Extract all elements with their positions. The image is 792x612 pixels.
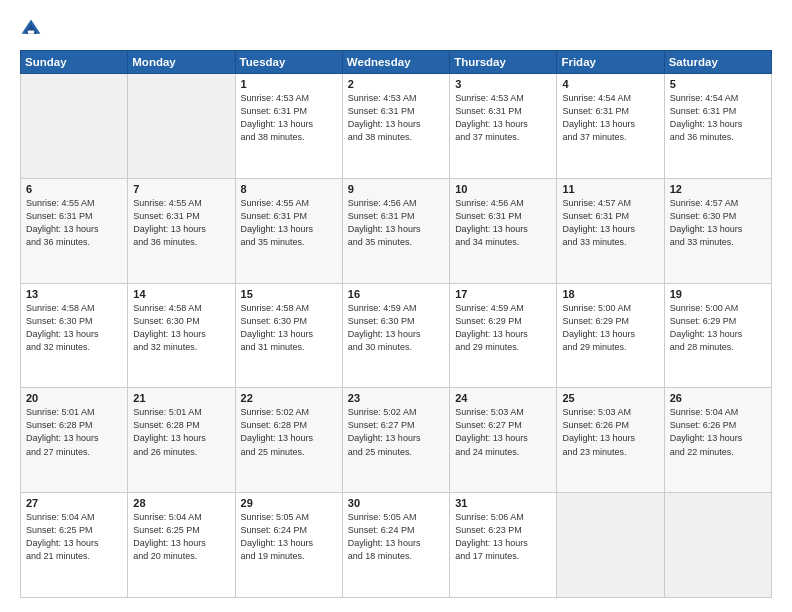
logo (20, 18, 46, 40)
calendar-body: 1Sunrise: 4:53 AM Sunset: 6:31 PM Daylig… (21, 74, 772, 598)
day-number: 13 (26, 288, 122, 300)
day-info: Sunrise: 4:54 AM Sunset: 6:31 PM Dayligh… (562, 92, 658, 144)
day-number: 30 (348, 497, 444, 509)
calendar-cell: 22Sunrise: 5:02 AM Sunset: 6:28 PM Dayli… (235, 388, 342, 493)
day-number: 20 (26, 392, 122, 404)
day-number: 24 (455, 392, 551, 404)
page: SundayMondayTuesdayWednesdayThursdayFrid… (0, 0, 792, 612)
calendar-cell: 4Sunrise: 4:54 AM Sunset: 6:31 PM Daylig… (557, 74, 664, 179)
day-info: Sunrise: 5:06 AM Sunset: 6:23 PM Dayligh… (455, 511, 551, 563)
day-number: 11 (562, 183, 658, 195)
weekday-tuesday: Tuesday (235, 51, 342, 74)
day-info: Sunrise: 4:56 AM Sunset: 6:31 PM Dayligh… (455, 197, 551, 249)
calendar-cell: 13Sunrise: 4:58 AM Sunset: 6:30 PM Dayli… (21, 283, 128, 388)
calendar-cell: 15Sunrise: 4:58 AM Sunset: 6:30 PM Dayli… (235, 283, 342, 388)
day-info: Sunrise: 5:04 AM Sunset: 6:26 PM Dayligh… (670, 406, 766, 458)
calendar-cell: 17Sunrise: 4:59 AM Sunset: 6:29 PM Dayli… (450, 283, 557, 388)
day-number: 23 (348, 392, 444, 404)
day-number: 3 (455, 78, 551, 90)
day-number: 17 (455, 288, 551, 300)
day-info: Sunrise: 4:53 AM Sunset: 6:31 PM Dayligh… (348, 92, 444, 144)
calendar-cell: 24Sunrise: 5:03 AM Sunset: 6:27 PM Dayli… (450, 388, 557, 493)
day-info: Sunrise: 5:00 AM Sunset: 6:29 PM Dayligh… (562, 302, 658, 354)
day-info: Sunrise: 4:53 AM Sunset: 6:31 PM Dayligh… (455, 92, 551, 144)
day-info: Sunrise: 4:55 AM Sunset: 6:31 PM Dayligh… (133, 197, 229, 249)
day-info: Sunrise: 5:04 AM Sunset: 6:25 PM Dayligh… (26, 511, 122, 563)
calendar-cell: 14Sunrise: 4:58 AM Sunset: 6:30 PM Dayli… (128, 283, 235, 388)
day-info: Sunrise: 4:58 AM Sunset: 6:30 PM Dayligh… (241, 302, 337, 354)
day-info: Sunrise: 5:03 AM Sunset: 6:27 PM Dayligh… (455, 406, 551, 458)
day-number: 7 (133, 183, 229, 195)
weekday-wednesday: Wednesday (342, 51, 449, 74)
day-number: 26 (670, 392, 766, 404)
calendar-cell: 10Sunrise: 4:56 AM Sunset: 6:31 PM Dayli… (450, 178, 557, 283)
day-number: 25 (562, 392, 658, 404)
calendar-cell: 8Sunrise: 4:55 AM Sunset: 6:31 PM Daylig… (235, 178, 342, 283)
day-info: Sunrise: 4:55 AM Sunset: 6:31 PM Dayligh… (26, 197, 122, 249)
calendar-cell (21, 74, 128, 179)
calendar-cell: 23Sunrise: 5:02 AM Sunset: 6:27 PM Dayli… (342, 388, 449, 493)
day-number: 2 (348, 78, 444, 90)
day-info: Sunrise: 5:05 AM Sunset: 6:24 PM Dayligh… (241, 511, 337, 563)
day-info: Sunrise: 5:02 AM Sunset: 6:28 PM Dayligh… (241, 406, 337, 458)
day-number: 1 (241, 78, 337, 90)
day-info: Sunrise: 5:04 AM Sunset: 6:25 PM Dayligh… (133, 511, 229, 563)
calendar-cell: 29Sunrise: 5:05 AM Sunset: 6:24 PM Dayli… (235, 493, 342, 598)
week-row-1: 1Sunrise: 4:53 AM Sunset: 6:31 PM Daylig… (21, 74, 772, 179)
week-row-4: 20Sunrise: 5:01 AM Sunset: 6:28 PM Dayli… (21, 388, 772, 493)
calendar-cell: 7Sunrise: 4:55 AM Sunset: 6:31 PM Daylig… (128, 178, 235, 283)
week-row-2: 6Sunrise: 4:55 AM Sunset: 6:31 PM Daylig… (21, 178, 772, 283)
day-number: 9 (348, 183, 444, 195)
day-info: Sunrise: 4:59 AM Sunset: 6:30 PM Dayligh… (348, 302, 444, 354)
calendar-cell: 9Sunrise: 4:56 AM Sunset: 6:31 PM Daylig… (342, 178, 449, 283)
header (20, 18, 772, 40)
calendar-cell: 19Sunrise: 5:00 AM Sunset: 6:29 PM Dayli… (664, 283, 771, 388)
calendar-cell: 26Sunrise: 5:04 AM Sunset: 6:26 PM Dayli… (664, 388, 771, 493)
calendar-cell: 28Sunrise: 5:04 AM Sunset: 6:25 PM Dayli… (128, 493, 235, 598)
day-info: Sunrise: 4:59 AM Sunset: 6:29 PM Dayligh… (455, 302, 551, 354)
svg-rect-2 (28, 31, 34, 34)
day-info: Sunrise: 5:02 AM Sunset: 6:27 PM Dayligh… (348, 406, 444, 458)
weekday-thursday: Thursday (450, 51, 557, 74)
day-number: 10 (455, 183, 551, 195)
calendar-table: SundayMondayTuesdayWednesdayThursdayFrid… (20, 50, 772, 598)
day-number: 22 (241, 392, 337, 404)
week-row-3: 13Sunrise: 4:58 AM Sunset: 6:30 PM Dayli… (21, 283, 772, 388)
day-info: Sunrise: 4:58 AM Sunset: 6:30 PM Dayligh… (133, 302, 229, 354)
calendar-cell: 31Sunrise: 5:06 AM Sunset: 6:23 PM Dayli… (450, 493, 557, 598)
day-info: Sunrise: 4:58 AM Sunset: 6:30 PM Dayligh… (26, 302, 122, 354)
calendar-cell: 11Sunrise: 4:57 AM Sunset: 6:31 PM Dayli… (557, 178, 664, 283)
day-number: 16 (348, 288, 444, 300)
calendar-cell: 3Sunrise: 4:53 AM Sunset: 6:31 PM Daylig… (450, 74, 557, 179)
calendar-cell: 27Sunrise: 5:04 AM Sunset: 6:25 PM Dayli… (21, 493, 128, 598)
day-number: 14 (133, 288, 229, 300)
weekday-friday: Friday (557, 51, 664, 74)
calendar-cell: 12Sunrise: 4:57 AM Sunset: 6:30 PM Dayli… (664, 178, 771, 283)
day-number: 5 (670, 78, 766, 90)
calendar-cell: 16Sunrise: 4:59 AM Sunset: 6:30 PM Dayli… (342, 283, 449, 388)
day-number: 15 (241, 288, 337, 300)
day-info: Sunrise: 5:01 AM Sunset: 6:28 PM Dayligh… (133, 406, 229, 458)
weekday-sunday: Sunday (21, 51, 128, 74)
day-info: Sunrise: 5:00 AM Sunset: 6:29 PM Dayligh… (670, 302, 766, 354)
calendar-cell: 30Sunrise: 5:05 AM Sunset: 6:24 PM Dayli… (342, 493, 449, 598)
day-info: Sunrise: 5:01 AM Sunset: 6:28 PM Dayligh… (26, 406, 122, 458)
day-info: Sunrise: 4:55 AM Sunset: 6:31 PM Dayligh… (241, 197, 337, 249)
day-number: 12 (670, 183, 766, 195)
day-number: 28 (133, 497, 229, 509)
day-number: 27 (26, 497, 122, 509)
day-info: Sunrise: 5:05 AM Sunset: 6:24 PM Dayligh… (348, 511, 444, 563)
day-number: 19 (670, 288, 766, 300)
calendar-cell: 18Sunrise: 5:00 AM Sunset: 6:29 PM Dayli… (557, 283, 664, 388)
calendar-cell: 1Sunrise: 4:53 AM Sunset: 6:31 PM Daylig… (235, 74, 342, 179)
calendar-cell: 6Sunrise: 4:55 AM Sunset: 6:31 PM Daylig… (21, 178, 128, 283)
calendar-cell: 21Sunrise: 5:01 AM Sunset: 6:28 PM Dayli… (128, 388, 235, 493)
weekday-header-row: SundayMondayTuesdayWednesdayThursdayFrid… (21, 51, 772, 74)
day-info: Sunrise: 4:56 AM Sunset: 6:31 PM Dayligh… (348, 197, 444, 249)
day-number: 21 (133, 392, 229, 404)
week-row-5: 27Sunrise: 5:04 AM Sunset: 6:25 PM Dayli… (21, 493, 772, 598)
day-info: Sunrise: 4:57 AM Sunset: 6:31 PM Dayligh… (562, 197, 658, 249)
weekday-monday: Monday (128, 51, 235, 74)
calendar-cell: 5Sunrise: 4:54 AM Sunset: 6:31 PM Daylig… (664, 74, 771, 179)
logo-icon (20, 18, 42, 40)
